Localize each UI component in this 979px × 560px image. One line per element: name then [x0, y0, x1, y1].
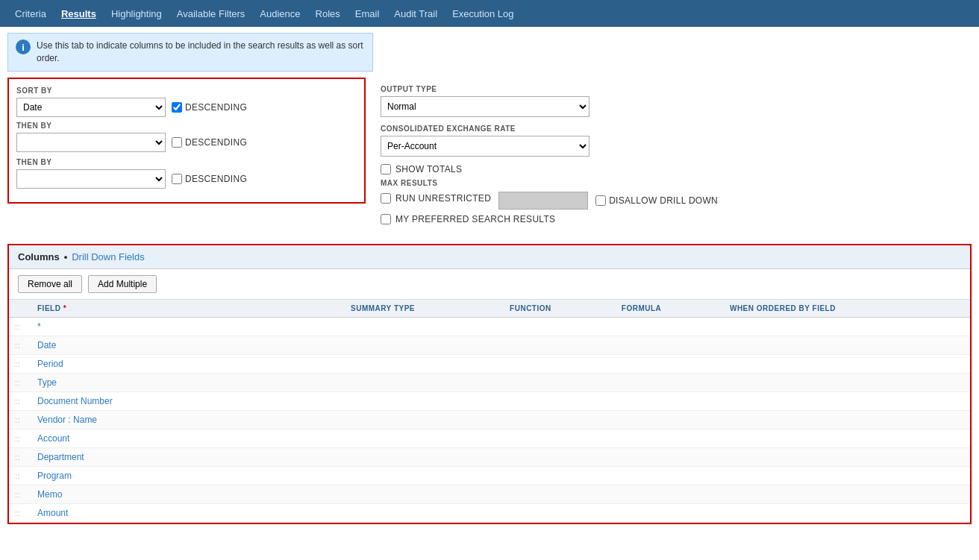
ordered-by-cell: [724, 317, 970, 336]
ordered-by-cell: [724, 447, 970, 466]
col-drag-header: [9, 300, 31, 318]
then-by-2-select[interactable]: Date Period: [16, 169, 166, 189]
sort-descending-checkbox[interactable]: [172, 102, 182, 113]
my-preferred-row: MY PREFERRED SEARCH RESULTS: [381, 214, 972, 224]
then-by-2-descending-checkbox[interactable]: [172, 174, 182, 184]
field-value[interactable]: Vendor : Name: [37, 415, 97, 425]
disallow-drill-down-checkbox[interactable]: [595, 195, 606, 206]
sort-descending-text: DESCENDING: [185, 102, 247, 113]
table-row: :: Program: [9, 466, 970, 485]
then-by-2-descending-label[interactable]: DESCENDING: [172, 174, 247, 184]
drag-handle[interactable]: ::: [15, 491, 21, 499]
sort-by-select[interactable]: Date Period Type Document Number: [16, 98, 166, 117]
nav-criteria[interactable]: Criteria: [7, 2, 54, 25]
then-by-1-descending-label[interactable]: DESCENDING: [172, 137, 247, 148]
main-content: SORT BY Date Period Type Document Number…: [0, 78, 979, 236]
info-bar: i Use this tab to indicate columns to be…: [7, 33, 373, 72]
field-value[interactable]: Type: [37, 377, 57, 388]
ordered-by-cell: [724, 373, 970, 391]
col-summary-header: SUMMARY TYPE: [345, 300, 504, 318]
field-value[interactable]: Program: [37, 471, 72, 481]
nav-roles[interactable]: Roles: [308, 2, 348, 25]
drag-handle[interactable]: ::: [15, 379, 21, 387]
nav-audit-trail[interactable]: Audit Trail: [387, 2, 445, 25]
drill-down-tab[interactable]: Drill Down Fields: [72, 251, 145, 262]
formula-cell: [616, 429, 724, 447]
formula-cell: [616, 336, 724, 354]
ordered-by-cell: [724, 429, 970, 447]
output-type-row: OUTPUT TYPE Normal Summary Detail: [381, 85, 972, 117]
consolidated-label: CONSOLIDATED EXCHANGE RATE: [381, 125, 972, 133]
drag-handle[interactable]: ::: [15, 435, 21, 443]
nav-available-filters[interactable]: Available Filters: [169, 2, 253, 25]
field-value[interactable]: *: [37, 321, 41, 332]
summary-type-cell: [345, 410, 504, 429]
drag-handle[interactable]: ::: [15, 509, 21, 517]
drag-handle-cell: ::: [9, 466, 31, 485]
field-value[interactable]: Date: [37, 340, 56, 350]
then-by-1-select[interactable]: Date Period: [16, 133, 166, 152]
my-preferred-checkbox[interactable]: [381, 214, 391, 224]
columns-tab-label[interactable]: Columns: [18, 251, 60, 262]
table-row: :: Memo: [9, 485, 970, 503]
drag-handle[interactable]: ::: [15, 416, 21, 424]
drag-handle[interactable]: ::: [15, 453, 21, 462]
table-row: :: *: [9, 317, 970, 336]
columns-table: FIELD * SUMMARY TYPE FUNCTION FORMULA WH…: [9, 300, 970, 523]
consolidated-select[interactable]: Per-Account Per-Transaction: [381, 136, 589, 157]
add-multiple-button[interactable]: Add Multiple: [88, 275, 157, 293]
drag-handle[interactable]: ::: [15, 472, 21, 480]
field-cell: Document Number: [31, 391, 345, 410]
summary-type-cell: [345, 503, 504, 522]
nav-audience[interactable]: Audience: [252, 2, 307, 25]
drag-handle[interactable]: ::: [15, 342, 21, 350]
function-cell: [504, 317, 616, 336]
function-cell: [504, 503, 616, 522]
table-header-row: FIELD * SUMMARY TYPE FUNCTION FORMULA WH…: [9, 300, 970, 318]
formula-cell: [616, 503, 724, 522]
ordered-by-cell: [724, 391, 970, 410]
nav-execution-log[interactable]: Execution Log: [445, 2, 521, 25]
field-cell: Memo: [31, 485, 345, 503]
summary-type-cell: [345, 336, 504, 354]
function-cell: [504, 466, 616, 485]
nav-results[interactable]: Results: [54, 2, 104, 25]
left-panel: SORT BY Date Period Type Document Number…: [7, 78, 366, 229]
field-value[interactable]: Period: [37, 359, 63, 369]
formula-cell: [616, 354, 724, 373]
drag-handle[interactable]: ::: [15, 360, 21, 368]
sort-descending-checkbox-label[interactable]: DESCENDING: [172, 102, 247, 113]
field-cell: Account: [31, 429, 345, 447]
run-unrestricted-checkbox[interactable]: [381, 193, 391, 204]
field-value[interactable]: Amount: [37, 508, 68, 518]
col-function-header: FUNCTION: [504, 300, 616, 318]
field-value[interactable]: Department: [37, 452, 84, 462]
output-type-select[interactable]: Normal Summary Detail: [381, 96, 589, 117]
function-cell: [504, 391, 616, 410]
drag-handle-cell: ::: [9, 485, 31, 503]
formula-cell: [616, 447, 724, 466]
drag-handle-cell: ::: [9, 373, 31, 391]
nav-email[interactable]: Email: [348, 2, 387, 25]
show-totals-checkbox[interactable]: [381, 164, 391, 174]
drag-handle-cell: ::: [9, 447, 31, 466]
sort-by-row: Date Period Type Document Number DESCEND…: [16, 98, 357, 117]
drag-handle-cell: ::: [9, 410, 31, 429]
then-by-1-section: THEN BY Date Period DESCENDING: [16, 122, 357, 152]
table-row: :: Amount: [9, 503, 970, 522]
then-by-1-descending-checkbox[interactable]: [172, 137, 182, 148]
field-value[interactable]: Memo: [37, 489, 62, 500]
field-value[interactable]: Account: [37, 433, 69, 444]
nav-highlighting[interactable]: Highlighting: [104, 2, 169, 25]
drag-handle[interactable]: ::: [15, 397, 21, 406]
summary-type-cell: [345, 391, 504, 410]
ordered-by-cell: [724, 503, 970, 522]
function-cell: [504, 429, 616, 447]
max-results-input-box: [498, 192, 588, 210]
drag-handle[interactable]: ::: [15, 323, 21, 331]
remove-all-button[interactable]: Remove all: [18, 275, 82, 293]
columns-table-area: FIELD * SUMMARY TYPE FUNCTION FORMULA WH…: [9, 300, 970, 523]
output-type-label: OUTPUT TYPE: [381, 85, 972, 93]
summary-type-cell: [345, 354, 504, 373]
field-value[interactable]: Document Number: [37, 396, 113, 406]
